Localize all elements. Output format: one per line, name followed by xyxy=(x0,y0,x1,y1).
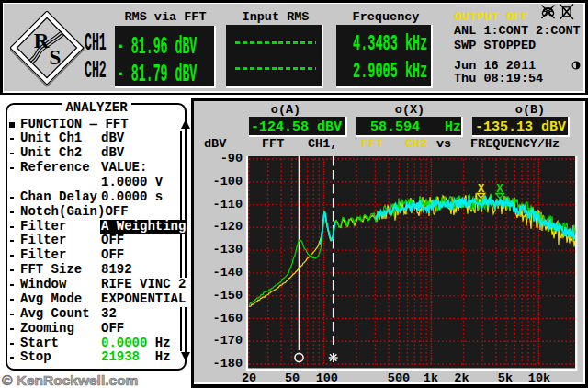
svg-text:S: S xyxy=(50,46,62,69)
